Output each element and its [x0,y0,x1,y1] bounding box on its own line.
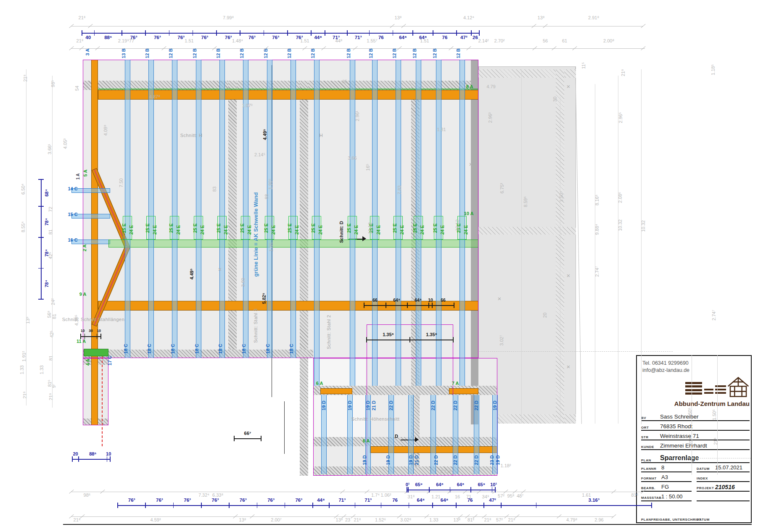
dim-label: 13⁸ [538,16,545,20]
dim-label: 23 [345,518,350,522]
rafter-d-label: 22 D [474,400,479,410]
member-label-24e: 24 E [440,225,445,235]
member-label-18c: 18 C [266,344,270,353]
rafter-label: 12 B [216,48,221,58]
dim-label: 98⁵ [51,80,55,87]
dim-label: 1.81 [437,127,446,132]
dim-label: 7.99⁸ [223,16,234,20]
member-label-24e: 24 E [318,225,323,235]
dim-label: Schnitt: Schnitt Stahllängen [62,317,125,322]
dim-label: 6 A [363,439,370,443]
rafter-d-label: 22 D [453,400,458,410]
member-label-18c: 18 C [195,344,199,353]
dim-label: 1.50⁵ [712,409,717,420]
grid-label: PROJEKT [697,486,714,490]
dim-line [71,48,645,49]
wall-hatch [478,227,576,234]
rafter-label: 12 B [346,48,351,58]
member-label-24e: 24 E [354,225,359,235]
dim-label: 81⁶ [631,493,639,498]
dim-label: 3.90 [241,278,246,287]
cross-mark: × [567,83,570,90]
dim-label: 1.55⁷ [367,39,377,43]
drawing-sheet: Tel. 06341 9299690 info@abz-landau.de Ab… [0,0,758,532]
dim-label: 2 A [82,245,87,252]
dim-label: 31⁸ [408,495,415,499]
member-label-25e: 25 E [413,224,417,233]
member-label-25e: 25 E [393,224,397,233]
dim-label: 9 A [79,292,87,297]
dim-label: 9.88⁴ [595,224,600,235]
dim-label: 1.52⁶ [375,518,386,522]
axis-line-red [102,356,103,446]
dim-line [717,355,718,475]
dim-label: 2.96¹ [355,111,360,121]
rafter-label: 12 B [433,48,437,58]
dim-label: 21⁸ [74,518,81,522]
dim-label: 4.12⁴ [463,16,474,20]
dim-label: 1.33 [429,518,438,522]
dim-label: 34⁹ [482,495,489,499]
dim-label: 1.61 [582,493,591,498]
dim-label: 1 A [76,173,80,179]
member-label-25e: 25 E [240,224,245,233]
plan-outline-protrusion [83,358,108,425]
grid-label: PLANNR [641,467,656,471]
sheet-bottom-border [63,524,752,525]
dim-label: 4.87⁸ [149,95,160,99]
dim-label: 15 C [68,212,77,217]
rafter-d-label: 19 D [322,400,326,410]
dim-label: Schnitt: Höhenschnitt [351,417,399,421]
rafter-d-label: 19 D [348,400,352,410]
rafter [125,60,130,358]
rafter-label: 12 B [456,48,461,58]
rafter-d-label: 19 D [409,455,413,465]
rafter-d-label: 19 D [496,455,500,465]
member-label-25e: 25 E [193,224,198,233]
member-label-24e: 24 E [129,225,134,235]
dim-line [618,76,618,424]
dim-label: 21⁸ [23,75,28,82]
dim-line [641,69,642,424]
member-label-25e: 25 E [145,224,150,233]
dim-label: 7.50 [119,178,124,187]
dim-line [479,351,673,352]
dim-label: 1.18⁵ [711,64,716,75]
dim-label: 1.48⁴ [232,39,243,43]
member-label-24e: 24 E [464,225,468,235]
dim-label: 13⁸ [395,16,402,20]
dim-label: 21⁸ [689,438,693,445]
field-label: BV [641,416,646,420]
dim-label: 2.71⁶ [440,469,451,474]
grid-value: FG [661,484,669,490]
dim-label: 1.18² [500,464,511,468]
dim-label: 21⁸ [484,518,491,522]
dim-label: 1.7⁴ [371,493,380,498]
logo-bars-1 [685,382,702,395]
member-label-25e: 25 E [433,224,438,233]
dim-label: 56 [543,39,548,43]
dim-label: 1.91² [22,351,26,361]
dim-label: 4 A [86,359,90,366]
dim-label: 2.96⁵ [618,112,623,123]
dim-label: 6.50⁴ [21,184,26,195]
grid-label: DATUM [697,467,710,471]
dim-label: 10.12 [455,219,460,231]
logo-bars-3 [715,385,726,395]
rafter-label: 12 B [311,48,315,58]
grid-value: 210516 [715,484,735,490]
rafter-d-label: 21 D [372,400,376,410]
dim-line [71,26,643,26]
dim-line [71,492,643,492]
dim-label: 21⁸ [77,39,84,43]
dim-label: 83 [212,187,217,192]
dim-label: 2.74⁷ [712,310,716,320]
rafter-d-label: 22 D [474,455,479,465]
member-label-24e: 24 E [153,225,157,235]
dim-label: 81 [52,314,57,319]
rafter [267,60,272,358]
cross-mark: × [567,363,570,370]
dim-label: 1.90⁵ [268,179,273,190]
rafter-label: 12 B [369,48,373,58]
dim-label: D [395,434,398,439]
